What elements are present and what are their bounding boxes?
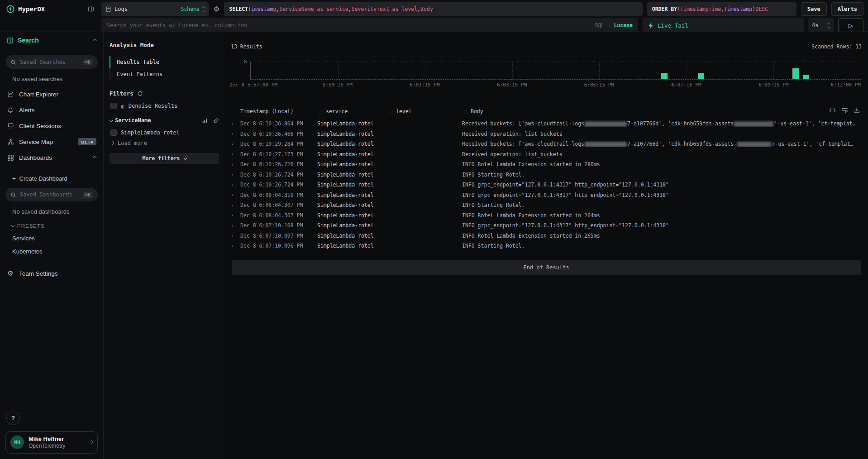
log-row[interactable]: ›Dec 8 6:10:29.284 PMSimpleLambda-rotelR… [231,139,862,149]
chart-gridline [425,62,425,79]
chart-bar[interactable] [661,73,668,79]
alerts-button[interactable]: Alerts [831,2,863,16]
select-query-input[interactable]: SELECT Timestamp, ServiceName as service… [224,2,642,16]
query-token: , [417,6,420,12]
expand-row-icon[interactable]: › [231,233,237,239]
collapse-sidebar-icon[interactable] [88,6,94,12]
expand-row-icon[interactable]: › [231,212,237,218]
refresh-interval-select[interactable]: 4s [808,18,834,33]
more-filters-button[interactable]: More filters [110,153,219,164]
interval-chevrons-icon [828,23,830,29]
drag-handle-icon[interactable]: ⋮⋮ [387,110,393,114]
body-text: Received buckets: ['aws-cloudtrail-logs [462,120,584,127]
chart-plot-area[interactable]: 8 [250,62,861,80]
cell-service: SimpleLambda-rotel [317,131,387,137]
expand-row-icon[interactable]: › [231,162,237,167]
log-row[interactable]: ›Dec 8 6:07:10.097 PMSimpleLambda-rotelI… [231,231,862,241]
create-dashboard-button[interactable]: + Create Dashboard [12,175,103,182]
log-row[interactable]: ›Dec 8 6:10:26.724 PMSimpleLambda-rotelI… [231,180,862,190]
refresh-icon[interactable] [137,91,143,96]
lucene-toggle[interactable]: Lucene [614,22,633,29]
column-header-timestamp[interactable]: Timestamp (Local) [240,108,317,115]
schema-label[interactable]: Schema [181,6,200,12]
chart-bar[interactable] [792,68,799,79]
preset-item-kubernetes[interactable]: Kubernetes [12,248,103,255]
load-more-button[interactable]: Load more [110,140,219,146]
saved-dashboards-input[interactable]: Saved Dashboards ⌘K [5,188,98,201]
expand-row-icon[interactable]: › [231,223,237,229]
column-header-level[interactable]: ⋮⋮level [387,108,462,115]
download-icon[interactable] [854,107,860,113]
facet-value-option[interactable]: SimpleLambda-rotel [110,129,219,136]
gear-icon: ⚙ [7,269,14,277]
sidebar-item-team-settings[interactable]: ⚙ Team Settings [0,266,103,281]
drag-handle-icon[interactable]: ⋮⋮ [317,110,323,114]
save-button[interactable]: Save [801,2,827,16]
chevron-up-icon[interactable] [93,156,96,159]
results-time-chart[interactable]: 8 Dec 8 5:57:00 PM5:59:15 PM6:01:15 PM6:… [250,62,861,89]
source-select[interactable]: Logs Schema [101,2,209,16]
expand-row-icon[interactable]: › [231,121,237,127]
preset-item-services[interactable]: Services [12,235,103,242]
chevron-up-icon[interactable] [93,38,96,42]
sidebar-item-service-map[interactable]: Service Map BETA [0,134,103,149]
column-header-body[interactable]: ⋮⋮Body [462,108,862,115]
chart-gridline [861,62,861,79]
column-header-service[interactable]: ⋮⋮service [317,108,387,115]
expand-row-icon[interactable]: › [231,202,237,208]
presets-label: PRESETS [17,223,45,229]
user-info: Mike Heffner OpenTelemetry [29,435,65,449]
drag-handle-icon[interactable]: ⋮⋮ [462,110,467,114]
help-button[interactable]: ? [6,411,20,425]
expand-row-icon[interactable]: › [231,243,237,249]
mode-results-table[interactable]: Results Table [110,56,219,68]
language-toggle[interactable]: SQL | Lucene [595,22,633,29]
search-icon [10,192,16,198]
mode-event-patterns[interactable]: Event Patterns [110,68,219,80]
chart-bars-icon[interactable] [202,118,208,124]
code-icon[interactable] [829,107,836,113]
log-row[interactable]: ›Dec 8 6:10:26.726 PMSimpleLambda-rotelI… [231,159,862,170]
chart-bar[interactable] [803,75,809,80]
presets-header[interactable]: PRESETS [11,223,103,229]
log-row[interactable]: ›Dec 8 6:10:26.724 PMSimpleLambda-rotelI… [231,170,862,180]
expand-row-icon[interactable]: › [231,151,237,157]
log-row[interactable]: ›Dec 8 6:10:36.466 PMSimpleLambda-rotelR… [231,129,862,139]
facet-servicename-header[interactable]: ServiceName [110,117,219,124]
log-row[interactable]: ›Dec 8 6:08:04.307 PMSimpleLambda-rotelI… [231,200,862,210]
saved-searches-input[interactable]: Saved Searches ⌘K [5,55,98,69]
pin-icon[interactable] [213,118,219,124]
denoise-results-option[interactable]: ◐ Denoise Results [110,103,219,109]
sidebar-item-alerts[interactable]: Alerts [0,102,103,118]
sidebar-item-dashboards[interactable]: Dashboards [0,150,103,165]
expand-row-icon[interactable]: › [231,172,237,177]
cell-service: SimpleLambda-rotel [317,161,387,167]
log-row[interactable]: ›Dec 8 6:07:10.096 PMSimpleLambda-rotelI… [231,241,862,251]
user-name: Mike Heffner [29,435,65,443]
log-row[interactable]: ›Dec 8 6:08:04.307 PMSimpleLambda-rotelI… [231,210,862,221]
sql-toggle[interactable]: SQL [595,22,605,29]
denoise-checkbox[interactable] [110,103,117,109]
order-by-input[interactable]: ORDER BY (TimestampTime, Timestamp) DESC [647,2,796,16]
log-row[interactable]: ›Dec 8 6:08:04.319 PMSimpleLambda-rotelI… [231,190,862,201]
event-search-input[interactable]: Search your events w/ Lucene ex. column:… [101,18,638,33]
log-row[interactable]: ›Dec 8 6:07:10.108 PMSimpleLambda-rotelI… [231,220,862,231]
facet-value-checkbox[interactable] [110,129,117,136]
chart-gridline [512,62,513,79]
body-text: 7-us-east-1', 'cf-templat… [772,141,853,147]
log-row[interactable]: ›Dec 8 6:10:36.864 PMSimpleLambda-rotelR… [231,119,862,129]
sidebar-item-chart-explorer[interactable]: Chart Explorer [0,86,103,102]
expand-row-icon[interactable]: › [231,131,237,137]
log-row[interactable]: ›Dec 8 6:10:27.173 PMSimpleLambda-rotelR… [231,149,862,160]
sidebar-item-search[interactable]: Search [0,32,103,49]
wrap-text-icon[interactable] [841,107,848,113]
chart-bar[interactable] [698,73,704,79]
expand-row-icon[interactable]: › [231,182,237,188]
play-button[interactable]: ▷ [838,18,863,33]
expand-row-icon[interactable]: › [231,141,237,147]
source-settings-gear-icon[interactable]: ⚙ [214,5,219,13]
expand-row-icon[interactable]: › [231,192,237,198]
user-menu[interactable]: MH Mike Heffner OpenTelemetry [5,431,98,454]
sidebar-item-client-sessions[interactable]: Client Sessions [0,118,103,134]
live-tail-button[interactable]: Live Tail [643,18,804,33]
